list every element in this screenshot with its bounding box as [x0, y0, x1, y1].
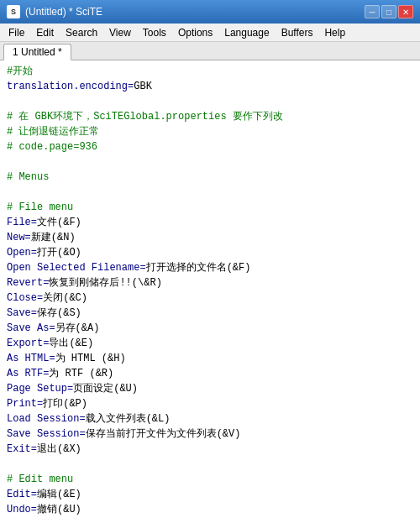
editor-line: # code.page=936 — [7, 139, 413, 154]
menu-options[interactable]: Options — [173, 25, 218, 40]
editor-line: Open=打开(&O) — [7, 245, 413, 260]
editor-content[interactable]: #开始translation.encoding=GBK # 在 GBK环境下，S… — [0, 60, 420, 518]
editor-line: # File menu — [7, 200, 413, 215]
editor-line: Save Session=保存当前打开文件为文件列表(&V) — [7, 426, 413, 442]
window-controls: ─ □ ✕ — [365, 5, 413, 18]
editor-line: Print=打印(&P) — [7, 396, 413, 411]
menu-file[interactable]: File — [3, 25, 29, 40]
editor-line: As HTML=为 HTML (&H) — [7, 351, 413, 366]
close-button[interactable]: ✕ — [398, 5, 413, 18]
editor-line — [7, 154, 413, 170]
editor-line: # Menus — [7, 170, 413, 185]
editor-line: Edit=编辑(&E) — [7, 487, 413, 502]
editor-line — [7, 185, 413, 200]
menu-edit[interactable]: Edit — [31, 25, 59, 40]
title-bar: S (Untitled) * SciTE ─ □ ✕ — [0, 0, 420, 24]
editor-line: Exit=退出(&X) — [7, 442, 413, 457]
menu-tools[interactable]: Tools — [138, 25, 171, 40]
window-title: (Untitled) * SciTE — [25, 6, 102, 18]
menu-search[interactable]: Search — [60, 25, 102, 40]
editor-line: Export=导出(&E) — [7, 336, 413, 351]
maximize-button[interactable]: □ — [381, 5, 396, 18]
menu-language[interactable]: Language — [219, 25, 274, 40]
editor-line: Open Selected Filename=打开选择的文件名(&F) — [7, 260, 413, 275]
editor-line: Undo=撤销(&U) — [7, 502, 413, 517]
tab-untitled[interactable]: 1 Untitled * — [3, 44, 71, 60]
minimize-button[interactable]: ─ — [365, 5, 380, 18]
menu-help[interactable]: Help — [319, 25, 350, 40]
editor-line: Load Session=载入文件列表(&L) — [7, 411, 413, 426]
editor-line: Page Setup=页面设定(&U) — [7, 381, 413, 396]
menu-view[interactable]: View — [104, 25, 136, 40]
tab-bar: 1 Untitled * — [0, 42, 420, 60]
editor-line: Close=关闭(&C) — [7, 290, 413, 306]
editor-line: Save As=另存(&A) — [7, 321, 413, 336]
editor-line: # 在 GBK环境下，SciTEGlobal.properties 要作下列改 — [7, 109, 413, 124]
menu-bar: File Edit Search View Tools Options Lang… — [0, 24, 420, 42]
editor-line: Save=保存(&S) — [7, 306, 413, 321]
editor-line: As RTF=为 RTF (&R) — [7, 366, 413, 381]
editor-line — [7, 457, 413, 472]
editor-line: # 让倒退链运作正常 — [7, 124, 413, 139]
editor-line: Revert=恢复到刚储存后!!(\&R) — [7, 275, 413, 290]
editor-line: New=新建(&N) — [7, 230, 413, 245]
menu-buffers[interactable]: Buffers — [276, 25, 318, 40]
editor-line: translation.encoding=GBK — [7, 79, 413, 94]
editor-line — [7, 94, 413, 109]
editor-line: # Edit menu — [7, 472, 413, 487]
editor-line: #开始 — [7, 64, 413, 79]
app-icon: S — [7, 5, 20, 18]
editor-line: File=文件(&F) — [7, 215, 413, 230]
editor-container: #开始translation.encoding=GBK # 在 GBK环境下，S… — [0, 60, 420, 518]
